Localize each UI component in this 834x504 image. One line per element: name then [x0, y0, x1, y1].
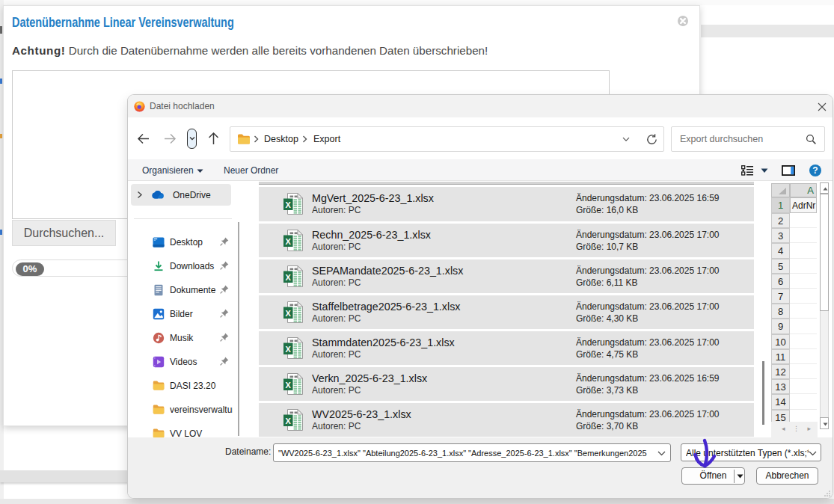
svg-text:X: X	[286, 417, 292, 425]
svg-text:X: X	[286, 237, 292, 246]
svg-text:X: X	[286, 273, 292, 282]
svg-text:X: X	[286, 200, 292, 209]
svg-text:X: X	[286, 381, 292, 390]
svg-text:X: X	[286, 345, 292, 354]
svg-text:X: X	[286, 309, 292, 318]
